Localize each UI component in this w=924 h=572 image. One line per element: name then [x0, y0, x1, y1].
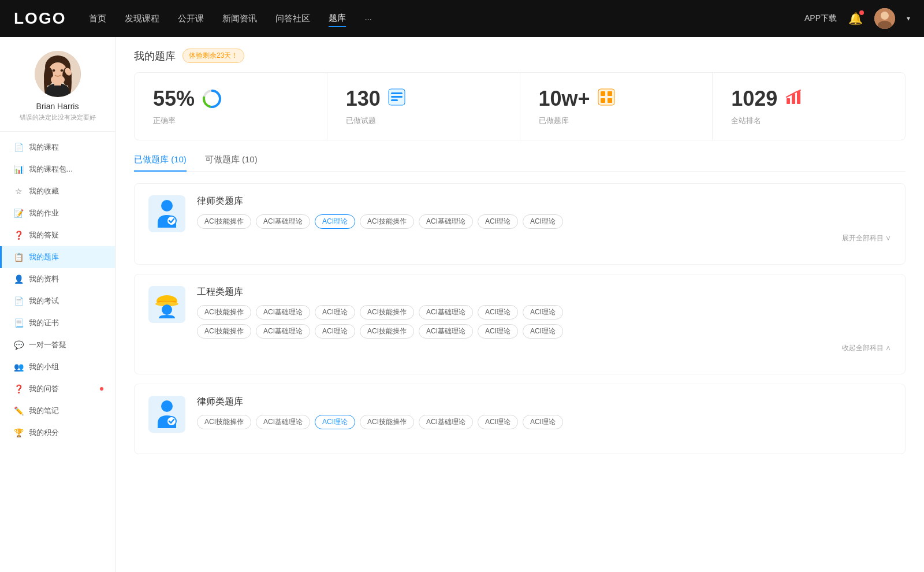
- svg-point-11: [52, 69, 55, 72]
- tag-item[interactable]: ACI理论: [478, 214, 518, 229]
- tab-available-banks[interactable]: 可做题库 (10): [205, 154, 258, 171]
- tutoring-icon: 💬: [14, 340, 23, 350]
- sidebar-item-questions[interactable]: ❓ 我的问答: [0, 378, 115, 400]
- tab-done-banks[interactable]: 已做题库 (10): [134, 154, 187, 171]
- app-download-button[interactable]: APP下载: [804, 13, 837, 24]
- expand-lawyer-link[interactable]: 展开全部科目 ∨: [197, 233, 891, 243]
- page-wrapper: Brian Harris 错误的决定比没有决定要好 📄 我的课程 📊 我的课程包…: [0, 37, 924, 572]
- tag-item[interactable]: ACI技能操作: [360, 324, 414, 339]
- sidebar: Brian Harris 错误的决定比没有决定要好 📄 我的课程 📊 我的课程包…: [0, 37, 116, 572]
- tag-item[interactable]: ACI理论: [523, 324, 563, 339]
- nav-more[interactable]: ···: [364, 12, 372, 26]
- stat-site-rank: 1029 全站排名: [713, 73, 905, 140]
- tag-item[interactable]: ACI技能操作: [197, 305, 251, 320]
- sidebar-item-bank[interactable]: 📋 我的题库: [0, 246, 115, 268]
- stat-correct-rate: 55% 正确率: [135, 73, 327, 140]
- tag-item[interactable]: ACI基础理论: [256, 324, 310, 339]
- sidebar-item-qa[interactable]: ❓ 我的答疑: [0, 224, 115, 246]
- sidebar-item-profile[interactable]: 👤 我的资料: [0, 268, 115, 290]
- svg-point-12: [60, 69, 63, 72]
- stats-row: 55% 正确率 130: [134, 72, 906, 140]
- tag-item[interactable]: ACI理论: [478, 415, 518, 429]
- questions-notification-dot: [100, 387, 103, 391]
- svg-rect-10: [54, 80, 61, 86]
- sidebar-item-courses[interactable]: 📄 我的课程: [0, 136, 115, 158]
- sidebar-item-tutoring-label: 一对一答疑: [29, 340, 66, 350]
- stat-correct-rate-label: 正确率: [153, 116, 176, 126]
- tag-item[interactable]: ACI基础理论: [419, 305, 473, 320]
- trial-badge: 体验剩余23天！: [182, 49, 244, 63]
- sidebar-item-tutoring[interactable]: 💬 一对一答疑: [0, 334, 115, 356]
- avatar[interactable]: [874, 8, 895, 29]
- navbar-logo: LOGO: [14, 9, 66, 28]
- grid-icon: [597, 88, 616, 110]
- stat-site-rank-top: 1029: [731, 87, 803, 111]
- list-icon: [388, 88, 406, 110]
- nav-qa[interactable]: 问答社区: [275, 11, 310, 27]
- bank-card-engineer: 工程类题库 ACI技能操作 ACI基础理论 ACI理论 ACI技能操作 ACI基…: [134, 274, 906, 374]
- sidebar-item-points[interactable]: 🏆 我的积分: [0, 422, 115, 444]
- tag-item[interactable]: ACI理论: [315, 324, 355, 339]
- tag-item[interactable]: ACI基础理论: [256, 214, 310, 229]
- page-title: 我的题库: [134, 49, 176, 63]
- bank-lawyer2-title: 律师类题库: [197, 396, 891, 408]
- collapse-engineer-link[interactable]: 收起全部科目 ∧: [197, 343, 891, 353]
- tag-item[interactable]: ACI基础理论: [419, 324, 473, 339]
- sidebar-item-favorites[interactable]: ☆ 我的收藏: [0, 180, 115, 202]
- bank-icon: 📋: [14, 252, 23, 262]
- sidebar-item-profile-label: 我的资料: [29, 274, 59, 284]
- bar-chart-icon: [784, 88, 803, 110]
- sidebar-item-group[interactable]: 👥 我的小组: [0, 356, 115, 378]
- bank-card-lawyer-body: 律师类题库 ACI技能操作 ACI基础理论 ACI理论 ACI技能操作 ACI基…: [197, 195, 891, 243]
- sidebar-item-notes[interactable]: ✏️ 我的笔记: [0, 400, 115, 422]
- bank-engineer-tags-row2: ACI技能操作 ACI基础理论 ACI理论 ACI技能操作 ACI基础理论 AC…: [197, 324, 891, 339]
- nav-home[interactable]: 首页: [89, 11, 106, 27]
- tag-item[interactable]: ACI理论: [315, 305, 355, 320]
- group-icon: 👥: [14, 362, 23, 372]
- tag-item[interactable]: ACI技能操作: [360, 214, 414, 229]
- tag-item[interactable]: ACI技能操作: [360, 305, 414, 320]
- questions-icon: ❓: [14, 384, 23, 393]
- sidebar-item-homework[interactable]: 📝 我的作业: [0, 202, 115, 224]
- tag-item[interactable]: ACI理论: [523, 415, 563, 429]
- sidebar-item-qa-label: 我的答疑: [29, 230, 59, 240]
- sidebar-item-exam[interactable]: 📄 我的考试: [0, 290, 115, 312]
- svg-point-35: [161, 400, 173, 412]
- tag-item[interactable]: ACI基础理论: [419, 214, 473, 229]
- bank-engineer-title: 工程类题库: [197, 286, 891, 298]
- tag-item[interactable]: ACI技能操作: [197, 214, 251, 229]
- avatar-dropdown-arrow[interactable]: ▾: [907, 14, 910, 23]
- tag-item-active[interactable]: ACI理论: [315, 415, 355, 429]
- profile-icon: 👤: [14, 274, 23, 284]
- sidebar-item-homework-label: 我的作业: [29, 208, 59, 218]
- tag-item[interactable]: ACI基础理论: [256, 415, 310, 429]
- main-content: 我的题库 体验剩余23天！ 55% 正确率 130: [116, 37, 924, 572]
- sidebar-item-group-label: 我的小组: [29, 362, 59, 372]
- notification-bell[interactable]: 🔔: [848, 12, 863, 25]
- tag-item-active[interactable]: ACI理论: [315, 214, 355, 229]
- bank-engineer-tags-row1: ACI技能操作 ACI基础理论 ACI理论 ACI技能操作 ACI基础理论 AC…: [197, 305, 891, 320]
- lawyer-icon: [153, 199, 181, 229]
- tag-item[interactable]: ACI理论: [478, 305, 518, 320]
- nav-news[interactable]: 新闻资讯: [222, 11, 257, 27]
- tag-item[interactable]: ACI基础理论: [419, 415, 473, 429]
- tabs-row: 已做题库 (10) 可做题库 (10): [134, 154, 906, 172]
- tag-item[interactable]: ACI技能操作: [360, 415, 414, 429]
- sidebar-item-certificate[interactable]: 📃 我的证书: [0, 312, 115, 334]
- svg-rect-27: [792, 94, 795, 104]
- nav-discover[interactable]: 发现课程: [125, 11, 159, 27]
- tag-item[interactable]: ACI基础理论: [256, 305, 310, 320]
- tag-item[interactable]: ACI理论: [523, 305, 563, 320]
- svg-point-34: [162, 304, 172, 315]
- tag-item[interactable]: ACI技能操作: [197, 324, 251, 339]
- nav-bank[interactable]: 题库: [329, 10, 346, 27]
- sidebar-avatar: [35, 51, 81, 97]
- tag-item[interactable]: ACI技能操作: [197, 415, 251, 429]
- tag-item[interactable]: ACI理论: [523, 214, 563, 229]
- tag-item[interactable]: ACI理论: [478, 324, 518, 339]
- sidebar-item-exam-label: 我的考试: [29, 296, 59, 306]
- nav-public[interactable]: 公开课: [178, 11, 204, 27]
- page-header: 我的题库 体验剩余23天！: [134, 37, 906, 72]
- sidebar-item-course-packages[interactable]: 📊 我的课程包...: [0, 158, 115, 180]
- points-icon: 🏆: [14, 428, 23, 437]
